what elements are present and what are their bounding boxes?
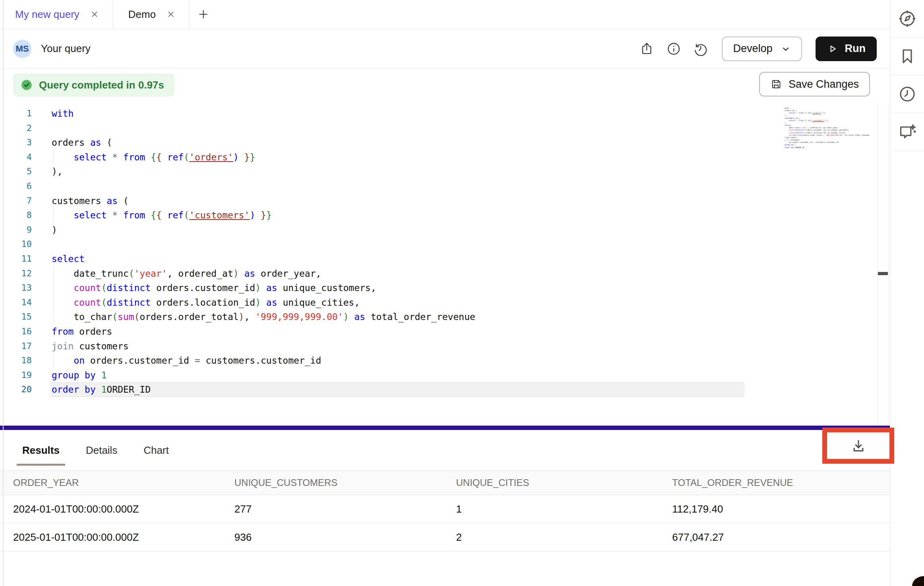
- active-line-highlight: [50, 382, 744, 397]
- code-line[interactable]: 1with: [0, 106, 890, 121]
- code-lines: 1with23orders as (4 select * from {{ ref…: [0, 106, 890, 397]
- status-row: Query completed in 0.97s Save Changes: [0, 69, 890, 103]
- code-line[interactable]: 9): [0, 223, 890, 237]
- line-number: 16: [0, 324, 32, 339]
- code-line[interactable]: 8 select * from {{ ref('customers') }}: [0, 208, 890, 223]
- code-text: to_char(sum(orders.order_total), '999,99…: [52, 310, 475, 324]
- save-changes-button[interactable]: Save Changes: [759, 72, 870, 96]
- table-row: 2025-01-01T00:00:00.000Z9362677,047.27: [0, 523, 890, 551]
- code-text: select * from {{ ref('orders') }}: [52, 150, 255, 165]
- results-table-body: 2024-01-01T00:00:00.000Z2771112,179.4020…: [0, 495, 890, 551]
- close-icon[interactable]: [166, 10, 176, 19]
- save-icon: [770, 78, 782, 90]
- chevron-down-icon: [781, 44, 791, 54]
- play-icon: [827, 43, 839, 55]
- code-text: ),: [52, 164, 63, 179]
- code-line[interactable]: 3orders as (: [0, 135, 890, 150]
- query-tab-bar: My new queryDemo: [0, 0, 890, 29]
- compass-icon: [898, 9, 917, 28]
- editor-tab[interactable]: My new query: [0, 0, 113, 29]
- run-button[interactable]: Run: [816, 37, 877, 61]
- code-line[interactable]: 20order by 1ORDER_ID: [0, 382, 890, 397]
- sql-editor[interactable]: 1with23orders as (4 select * from {{ ref…: [0, 103, 890, 426]
- code-line[interactable]: 15 to_char(sum(orders.order_total), '999…: [0, 310, 890, 324]
- results-tab-chart[interactable]: Chart: [138, 430, 174, 470]
- column-header: TOTAL_ORDER_REVENUE: [672, 477, 890, 488]
- table-cell: 112,179.40: [672, 503, 890, 515]
- table-cell: 2024-01-01T00:00:00.000Z: [13, 503, 234, 515]
- code-line[interactable]: 10: [0, 237, 890, 252]
- code-line[interactable]: 7customers as (: [0, 194, 890, 208]
- line-number: 20: [0, 382, 32, 397]
- code-line[interactable]: 13 count(distinct orders.customer_id) as…: [0, 281, 890, 295]
- new-tab-button[interactable]: [189, 0, 217, 29]
- code-line[interactable]: 14 count(distinct orders.location_id) as…: [0, 295, 890, 310]
- sidebar-button-bookmark[interactable]: [890, 38, 924, 75]
- download-results-button[interactable]: [847, 434, 870, 458]
- code-text: order by 1ORDER_ID: [52, 382, 151, 397]
- results-panel: ResultsDetailsChart ORDER_YEARUNIQUE_CUS…: [0, 430, 890, 551]
- table-cell: 1: [456, 503, 672, 515]
- code-line[interactable]: 19group by 1: [0, 368, 890, 383]
- line-number: 6: [0, 179, 32, 194]
- run-label: Run: [845, 42, 866, 55]
- line-number: 5: [0, 164, 32, 179]
- code-text: join customers: [52, 339, 129, 354]
- column-header: UNIQUE_CITIES: [456, 477, 672, 488]
- query-toolbar: MS Your query Develop Run: [0, 29, 890, 69]
- avatar[interactable]: MS: [13, 40, 31, 58]
- line-number: 2: [0, 121, 32, 136]
- download-icon: [850, 438, 867, 454]
- editor-tab[interactable]: Demo: [113, 0, 189, 29]
- check-circle-icon: [20, 79, 33, 91]
- bookmark-icon: [898, 47, 917, 66]
- develop-label: Develop: [733, 42, 772, 55]
- table-row: 2024-01-01T00:00:00.000Z2771112,179.40: [0, 495, 890, 523]
- code-line[interactable]: 6: [0, 179, 890, 194]
- line-number: 3: [0, 135, 32, 150]
- share-button[interactable]: [638, 40, 655, 57]
- query-title: Your query: [41, 42, 91, 55]
- sidebar-button-ai-chat[interactable]: [890, 113, 924, 151]
- code-line[interactable]: 16from orders: [0, 324, 890, 339]
- annotation-highlight: [822, 428, 894, 464]
- code-line[interactable]: 18 on orders.customer_id = customers.cus…: [0, 353, 890, 368]
- sidebar-button-clock[interactable]: [890, 75, 924, 113]
- panel-splitter[interactable]: [0, 426, 890, 430]
- code-line[interactable]: 2: [0, 121, 890, 136]
- share-icon: [639, 41, 654, 56]
- plus-icon: [197, 8, 210, 21]
- clock-icon: [898, 85, 917, 104]
- line-number: 18: [0, 353, 32, 368]
- query-status-badge: Query completed in 0.97s: [13, 73, 174, 96]
- history-button[interactable]: [692, 40, 709, 57]
- results-table-header: ORDER_YEARUNIQUE_CUSTOMERSUNIQUE_CITIEST…: [0, 470, 890, 495]
- close-icon[interactable]: [90, 10, 99, 19]
- table-cell: 2025-01-01T00:00:00.000Z: [13, 531, 234, 544]
- table-cell: 2: [456, 531, 672, 544]
- code-text: count(distinct orders.customer_id) as un…: [52, 281, 376, 295]
- develop-dropdown[interactable]: Develop: [722, 37, 802, 61]
- code-line[interactable]: 5),: [0, 164, 890, 179]
- table-cell: 677,047.27: [672, 531, 890, 544]
- code-line[interactable]: 12 date_trunc('year', ordered_at) as ord…: [0, 266, 890, 281]
- line-number: 4: [0, 150, 32, 165]
- code-text: from orders: [52, 324, 112, 339]
- line-number: 9: [0, 223, 32, 237]
- code-line[interactable]: 17join customers: [0, 339, 890, 354]
- results-tab-details[interactable]: Details: [80, 430, 123, 470]
- results-tab-bar: ResultsDetailsChart: [0, 430, 890, 470]
- info-button[interactable]: [665, 40, 682, 57]
- history-icon: [693, 41, 708, 56]
- minimap[interactable]: withorders as ( select * from {{ ref('or…: [785, 107, 853, 149]
- line-number: 7: [0, 194, 32, 208]
- editor-tab-label: Demo: [128, 8, 156, 21]
- info-icon: [666, 41, 681, 56]
- code-text: with: [52, 106, 73, 121]
- results-tab-results[interactable]: Results: [17, 430, 65, 470]
- code-line[interactable]: 4 select * from {{ ref('orders') }}: [0, 150, 890, 165]
- line-number: 19: [0, 368, 32, 383]
- editor-scrollbar-thumb[interactable]: [878, 272, 888, 275]
- sidebar-button-compass[interactable]: [890, 0, 924, 38]
- code-line[interactable]: 11select: [0, 252, 890, 266]
